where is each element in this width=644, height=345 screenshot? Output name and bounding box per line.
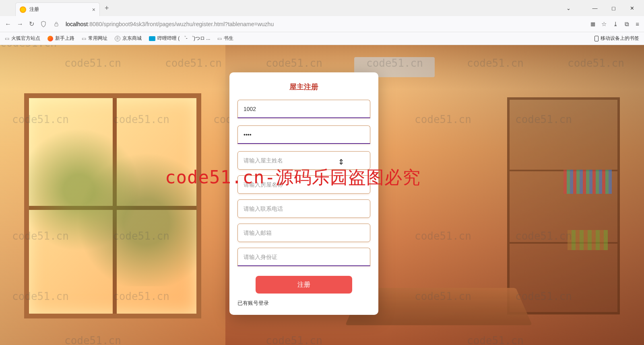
lock-icon[interactable] [53,21,60,28]
page-viewport: code51.cn code51.cn code51.cn code51.cn … [0,45,644,345]
bookmark-getting-started[interactable]: 新手上路 [47,35,74,42]
card-title: 屋主注册 [237,82,370,92]
register-card: 屋主注册 注册 已有账号登录 [229,72,378,315]
account-input[interactable] [237,100,370,118]
watermark: code51.cn [266,335,322,345]
tab-favicon-icon [20,6,26,13]
bookmark-shusheng[interactable]: ▭书生 [217,35,233,42]
back-button[interactable]: ← [5,21,11,28]
forward-button[interactable]: → [17,21,23,28]
idcard-input[interactable] [237,248,370,266]
extensions-icon[interactable]: ⧉ [625,21,629,28]
minimize-button[interactable]: — [587,5,603,11]
downloads-icon[interactable]: ⤓ [613,21,618,28]
shield-icon[interactable] [40,21,47,28]
reload-button[interactable]: ↻ [29,20,34,28]
owner-name-input[interactable] [237,151,370,170]
bookmarks-bar: ▭火狐官方站点 新手上路 ▭常用网址 京京东商城 哔哩哔哩 ( ゜- ゜)つロ … [0,32,644,45]
tab-title: 注册 [29,6,92,13]
new-tab-button[interactable]: + [105,4,109,12]
bookmark-firefox-official[interactable]: ▭火狐官方站点 [5,35,40,42]
browser-tab[interactable]: 注册 × [15,2,100,16]
bookmark-jd[interactable]: 京京东商城 [115,35,142,42]
password-input[interactable] [237,125,370,144]
email-input[interactable] [237,224,370,242]
phone-input[interactable] [237,199,370,218]
bookmark-star-icon[interactable]: ☆ [601,21,607,28]
maximize-button[interactable]: ◻ [605,5,621,11]
house-name-input[interactable] [237,175,370,194]
url-field[interactable]: localhost:8080/springboot94sk3/front/pag… [66,21,585,27]
url-path: :8080/springboot94sk3/front/pages/wuzhu/… [88,21,274,27]
window-titlebar: 注册 × + ⌄ — ◻ ✕ [0,0,644,16]
svg-rect-0 [55,24,58,26]
login-link[interactable]: 已有账号登录 [237,300,269,307]
close-icon[interactable]: × [92,6,95,13]
bookmark-mobile[interactable]: 移动设备上的书签 [594,35,639,42]
register-button[interactable]: 注册 [256,276,352,294]
window-close-button[interactable]: ✕ [624,5,640,11]
url-host: localhost [66,21,88,27]
bookmark-common-sites[interactable]: ▭常用网址 [82,35,107,42]
bookmark-bilibili[interactable]: 哔哩哔哩 ( ゜- ゜)つロ ... [149,35,210,42]
tab-dropdown-icon[interactable]: ⌄ [560,5,576,11]
mobile-icon [594,36,599,41]
qr-icon[interactable]: ▦ [590,21,595,27]
menu-icon[interactable]: ≡ [636,21,639,27]
address-bar: ← → ↻ localhost:8080/springboot94sk3/fro… [0,16,644,32]
